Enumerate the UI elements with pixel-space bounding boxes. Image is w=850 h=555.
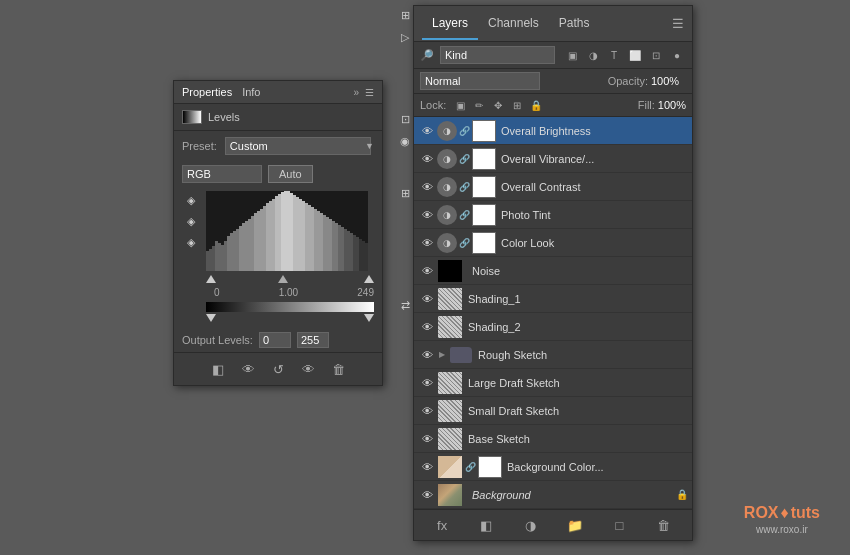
toolbar-btn-3[interactable]: ⊡	[395, 109, 415, 129]
preview-icon[interactable]: 👁	[298, 359, 318, 379]
expand-arrow-icon[interactable]: ▶	[436, 349, 448, 361]
eye-visibility-icon[interactable]: 👁	[238, 359, 258, 379]
toolbar-btn-4[interactable]: ◉	[395, 131, 415, 151]
layer-visibility-toggle[interactable]: 👁	[418, 122, 436, 140]
histogram-chart	[206, 191, 368, 271]
pixel-filter-icon[interactable]: ▣	[563, 46, 581, 64]
new-layer-button[interactable]: □	[608, 514, 630, 536]
menu-icon[interactable]: ☰	[365, 87, 374, 98]
shape-filter-icon[interactable]: ⬜	[626, 46, 644, 64]
layer-item[interactable]: 👁 Noise	[414, 257, 692, 285]
toolbar-btn-1[interactable]: ⊞	[395, 5, 415, 25]
svg-rect-49	[353, 235, 356, 271]
lock-paint-icon[interactable]: ✏	[471, 97, 487, 113]
lock-position-icon[interactable]: ✥	[490, 97, 506, 113]
layer-item[interactable]: 👁 Shading_1	[414, 285, 692, 313]
layer-link-icon[interactable]: 🔗	[458, 126, 470, 136]
panel-header-icons: » ☰	[353, 87, 374, 98]
add-mask-icon[interactable]: ◧	[208, 359, 228, 379]
layer-item[interactable]: 👁 ◑ 🔗 Photo Tint	[414, 201, 692, 229]
adjustment-layer-button[interactable]: ◑	[520, 514, 542, 536]
layer-visibility-toggle[interactable]: 👁	[418, 150, 436, 168]
layer-background-item[interactable]: 👁 Background 🔒	[414, 481, 692, 509]
layer-visibility-toggle[interactable]: 👁	[418, 374, 436, 392]
layer-link-icon[interactable]: 🔗	[458, 182, 470, 192]
reset-icon[interactable]: ↺	[268, 359, 288, 379]
white-point-thumb[interactable]	[364, 273, 374, 285]
black-point-thumb[interactable]	[206, 273, 216, 285]
delete-layer-button[interactable]: 🗑	[653, 514, 675, 536]
black-eyedropper[interactable]: ◈	[182, 191, 200, 209]
adjustment-filter-icon[interactable]: ◑	[584, 46, 602, 64]
layer-link-icon[interactable]: 🔗	[458, 238, 470, 248]
layer-link-icon[interactable]: 🔗	[458, 154, 470, 164]
fill-value[interactable]: 100%	[658, 99, 686, 111]
svg-rect-29	[293, 195, 296, 271]
lock-all-icon[interactable]: 🔒	[528, 97, 544, 113]
auto-button[interactable]: Auto	[268, 165, 313, 183]
expand-icon[interactable]: »	[353, 87, 359, 98]
svg-rect-11	[239, 226, 242, 271]
opacity-value[interactable]: 100%	[651, 75, 686, 87]
layer-item[interactable]: 👁 Small Draft Sketch	[414, 397, 692, 425]
layer-visibility-toggle[interactable]: 👁	[418, 178, 436, 196]
blend-mode-select[interactable]: Normal	[420, 72, 540, 90]
svg-rect-44	[338, 225, 341, 271]
tab-info[interactable]: Info	[242, 86, 260, 98]
toolbar-btn-6[interactable]: ⇄	[395, 295, 415, 315]
layer-item[interactable]: 👁 ◑ 🔗 Overall Vibrance/...	[414, 145, 692, 173]
layer-item[interactable]: 👁 ◑ 🔗 Overall Contrast	[414, 173, 692, 201]
layer-visibility-toggle[interactable]: 👁	[418, 318, 436, 336]
kind-select[interactable]: Kind	[440, 46, 555, 64]
svg-rect-28	[290, 193, 293, 271]
toolbar-btn-2[interactable]: ▷	[395, 27, 415, 47]
layer-visibility-toggle[interactable]: 👁	[418, 458, 436, 476]
lock-transparent-icon[interactable]: ▣	[452, 97, 468, 113]
layer-name: Base Sketch	[464, 433, 688, 445]
fill-group: Fill: 100%	[638, 99, 686, 111]
layer-visibility-toggle[interactable]: 👁	[418, 486, 436, 504]
layer-item[interactable]: 👁 Base Sketch	[414, 425, 692, 453]
tab-layers[interactable]: Layers	[422, 8, 478, 40]
layer-visibility-toggle[interactable]: 👁	[418, 430, 436, 448]
text-filter-icon[interactable]: T	[605, 46, 623, 64]
layer-item[interactable]: 👁 🔗 Background Color...	[414, 453, 692, 481]
output-max-input[interactable]	[297, 332, 329, 348]
layer-item[interactable]: 👁 ◑ 🔗 Overall Brightness	[414, 117, 692, 145]
fx-button[interactable]: fx	[431, 514, 453, 536]
input-slider-container	[206, 273, 374, 287]
output-white-thumb[interactable]	[364, 312, 374, 324]
tab-properties[interactable]: Properties	[182, 86, 232, 98]
group-button[interactable]: 📁	[564, 514, 586, 536]
delete-icon[interactable]: 🗑	[328, 359, 348, 379]
midpoint-thumb[interactable]	[278, 273, 288, 285]
layer-item[interactable]: 👁 Large Draft Sketch	[414, 369, 692, 397]
lock-artboard-icon[interactable]: ⊞	[509, 97, 525, 113]
smart-filter-icon[interactable]: ⊡	[647, 46, 665, 64]
channel-select[interactable]: RGB	[182, 165, 262, 183]
tab-paths[interactable]: Paths	[549, 8, 600, 40]
mask-button[interactable]: ◧	[475, 514, 497, 536]
layer-visibility-toggle[interactable]: 👁	[418, 290, 436, 308]
tab-channels[interactable]: Channels	[478, 8, 549, 40]
layer-visibility-toggle[interactable]: 👁	[418, 402, 436, 420]
toggle-filter-icon[interactable]: ●	[668, 46, 686, 64]
toolbar-btn-5[interactable]: ⊞	[395, 183, 415, 203]
preset-select[interactable]: Custom	[225, 137, 371, 155]
layer-visibility-toggle[interactable]: 👁	[418, 234, 436, 252]
output-min-input[interactable]	[259, 332, 291, 348]
layer-link-icon[interactable]: 🔗	[464, 462, 476, 472]
layer-item[interactable]: 👁 ◑ 🔗 Color Look	[414, 229, 692, 257]
layer-visibility-toggle[interactable]: 👁	[418, 206, 436, 224]
layer-visibility-toggle[interactable]: 👁	[418, 346, 436, 364]
layers-menu-icon[interactable]: ☰	[672, 16, 684, 31]
layer-item[interactable]: 👁 ▶ Rough Sketch	[414, 341, 692, 369]
output-black-thumb[interactable]	[206, 312, 216, 324]
layer-item[interactable]: 👁 Shading_2	[414, 313, 692, 341]
svg-rect-17	[257, 211, 260, 271]
svg-rect-2	[212, 246, 215, 271]
layer-link-icon[interactable]: 🔗	[458, 210, 470, 220]
white-eyedropper[interactable]: ◈	[182, 233, 200, 251]
gray-eyedropper[interactable]: ◈	[182, 212, 200, 230]
layer-visibility-toggle[interactable]: 👁	[418, 262, 436, 280]
